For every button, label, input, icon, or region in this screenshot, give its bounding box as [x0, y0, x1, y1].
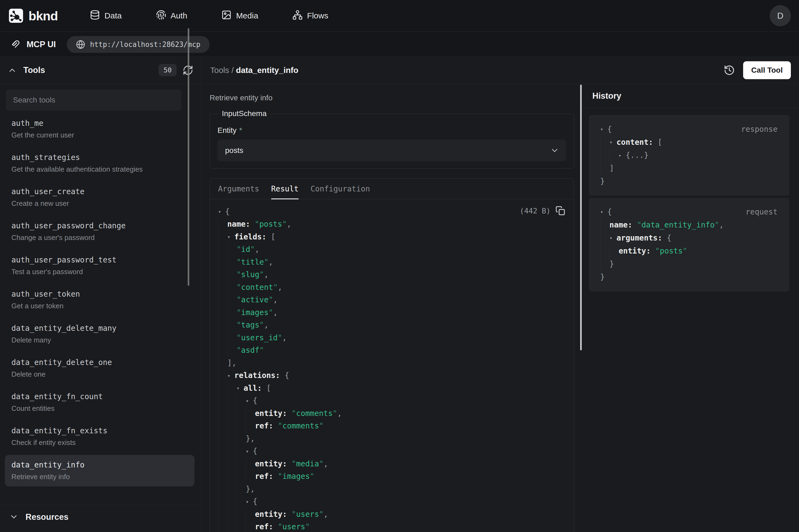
globe-icon: [76, 40, 85, 49]
main-header: Tools / data_entity_info Call Tool: [202, 57, 799, 83]
tool-name: auth_me: [12, 119, 188, 128]
collapse-triangle-icon[interactable]: ▾: [600, 126, 607, 132]
history-cards: ▾{response▾content: [▸{...}]}▾{requestna…: [583, 108, 799, 291]
tool-name: data_entity_delete_many: [12, 324, 188, 333]
tool-description: Delete one: [12, 370, 188, 379]
tool-detail: Retrieve entity info InputSchema Entity*…: [202, 84, 582, 532]
tool-list-item-data_entity_delete_one[interactable]: data_entity_delete_oneDelete one: [5, 353, 194, 384]
input-schema-fieldset: InputSchema Entity* posts: [210, 109, 574, 169]
main-scrollbar[interactable]: [580, 84, 582, 350]
json-line: ▾all: [: [218, 382, 566, 395]
json-line: ▾fields: [: [218, 230, 566, 243]
collapse-triangle-icon[interactable]: ▾: [236, 385, 244, 391]
json-line: "images",: [218, 306, 566, 319]
json-line: entity: "users",: [218, 508, 566, 520]
image-icon: [221, 10, 232, 22]
result-json: (442 B) ▾{name: "posts",▾fields: ["id","…: [210, 199, 574, 532]
tools-section-header[interactable]: Tools 50: [0, 57, 201, 83]
nav-item-media[interactable]: Media: [221, 10, 258, 22]
tab-result[interactable]: Result: [271, 179, 299, 199]
tool-list-item-auth_me[interactable]: auth_meGet the current user: [5, 113, 194, 145]
tool-description: Get the current user: [12, 131, 188, 139]
tool-list-item-data_entity_fn_exists[interactable]: data_entity_fn_existsCheck if entity exi…: [5, 421, 194, 452]
breadcrumb-section[interactable]: Tools: [210, 65, 229, 75]
network-icon: [292, 10, 303, 22]
primary-nav: DataAuthMediaFlows: [90, 10, 328, 22]
tool-list-item-auth_user_password_test[interactable]: auth_user_password_testTest a user's pas…: [5, 250, 194, 282]
brand[interactable]: bknd: [9, 8, 58, 23]
result-json-tree[interactable]: ▾{name: "posts",▾fields: ["id","title","…: [218, 205, 566, 532]
collapse-triangle-icon[interactable]: ▾: [600, 209, 607, 215]
entity-select[interactable]: posts: [217, 140, 566, 162]
json-line: ▾{request: [600, 205, 778, 218]
nav-item-auth[interactable]: Auth: [156, 10, 187, 22]
tool-list-item-data_entity_info[interactable]: data_entity_infoRetrieve entity info: [5, 455, 194, 487]
collapse-triangle-icon[interactable]: ▾: [227, 373, 234, 379]
collapse-triangle-icon[interactable]: ▾: [246, 448, 253, 454]
resources-section-header[interactable]: Resources: [0, 505, 201, 532]
nav-item-data[interactable]: Data: [90, 10, 121, 22]
json-line: name: "data_entity_info",: [600, 218, 778, 231]
call-tool-button[interactable]: Call Tool: [743, 61, 791, 79]
tool-description: Get the available authentication strateg…: [12, 165, 188, 173]
tab-arguments[interactable]: Arguments: [218, 179, 259, 199]
json-line: ],: [218, 357, 566, 369]
collapse-triangle-icon[interactable]: ▾: [246, 499, 253, 505]
json-line: ref: "comments": [218, 420, 566, 433]
tool-list-item-auth_user_create[interactable]: auth_user_createCreate a new user: [5, 182, 194, 213]
history-title: History: [592, 91, 621, 101]
tool-description: Retrieve entity info: [12, 473, 188, 481]
collapse-triangle-icon[interactable]: ▾: [218, 209, 225, 214]
tool-list-item-data_entity_fn_count[interactable]: data_entity_fn_countCount entities: [5, 387, 194, 418]
tool-name: auth_user_password_change: [12, 221, 188, 230]
breadcrumb: Tools / data_entity_info: [210, 65, 298, 75]
result-panel: ArgumentsResultConfiguration (442 B) ▾{n…: [210, 178, 574, 532]
entity-field-label: Entity*: [217, 126, 566, 135]
tool-description: Retrieve entity info: [210, 94, 574, 102]
entry-type-label: request: [746, 207, 778, 216]
collapse-triangle-icon[interactable]: ▾: [609, 139, 616, 145]
history-button[interactable]: [724, 64, 735, 76]
breadcrumb-tool: data_entity_info: [236, 65, 298, 75]
tool-name: data_entity_info: [12, 460, 188, 469]
fingerprint-icon: [156, 10, 166, 22]
history-header: History: [583, 84, 799, 108]
tool-list: auth_meGet the current userauth_strategi…: [0, 113, 201, 487]
json-line: ▾relations: {: [218, 369, 566, 382]
history-card-request[interactable]: ▾{requestname: "data_entity_info",▾argum…: [589, 198, 789, 291]
collapse-triangle-icon[interactable]: ▾: [609, 235, 616, 241]
search-input[interactable]: [6, 90, 181, 111]
chevron-down-icon: [9, 512, 18, 521]
json-line: "users_id",: [218, 331, 566, 344]
tool-list-item-auth_user_token[interactable]: auth_user_tokenGet a user token: [5, 284, 194, 316]
json-line: ]: [600, 162, 778, 175]
required-mark: *: [239, 126, 242, 134]
json-line: ▾{: [218, 205, 566, 218]
collapse-triangle-icon[interactable]: ▾: [227, 234, 234, 240]
json-line: "active",: [218, 294, 566, 306]
mcp-title: MCP UI: [26, 40, 56, 49]
expand-triangle-icon[interactable]: ▸: [619, 152, 626, 158]
input-schema-legend: InputSchema: [219, 109, 269, 118]
tool-list-item-data_entity_delete_many[interactable]: data_entity_delete_manyDelete many: [5, 318, 194, 350]
tool-list-item-auth_user_password_change[interactable]: auth_user_password_changeChange a user's…: [5, 216, 194, 247]
tool-name: auth_strategies: [12, 153, 188, 162]
nav-item-flows[interactable]: Flows: [292, 10, 328, 22]
json-line: entity: "media",: [218, 457, 566, 470]
collapse-triangle-icon[interactable]: ▾: [246, 398, 253, 404]
sidebar-scrollbar[interactable]: [188, 28, 189, 286]
mcp-url: http://localhost:28623/mcp: [90, 40, 201, 49]
history-card-response[interactable]: ▾{response▾content: [▸{...}]}: [589, 115, 789, 195]
json-line: entity: "posts": [600, 244, 778, 257]
tab-configuration[interactable]: Configuration: [310, 179, 370, 199]
tool-list-item-auth_strategies[interactable]: auth_strategiesGet the available authent…: [5, 148, 194, 179]
json-line: "id",: [218, 243, 566, 256]
json-line: "slug",: [218, 268, 566, 281]
tool-name: data_entity_delete_one: [12, 358, 188, 367]
header-actions: Call Tool: [724, 61, 791, 79]
json-line: entity: "comments",: [218, 407, 566, 420]
avatar[interactable]: D: [770, 5, 791, 26]
tool-name: data_entity_fn_count: [12, 392, 188, 401]
json-line: "content",: [218, 281, 566, 294]
brand-name: bknd: [28, 8, 58, 23]
